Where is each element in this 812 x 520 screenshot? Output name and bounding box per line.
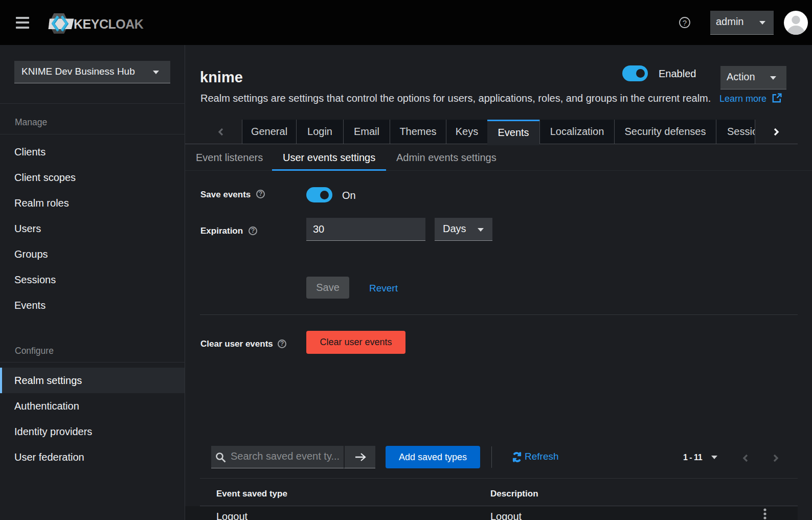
svg-text:?: ?	[683, 18, 687, 27]
svg-text:KEYCLOAK: KEYCLOAK	[74, 17, 144, 31]
